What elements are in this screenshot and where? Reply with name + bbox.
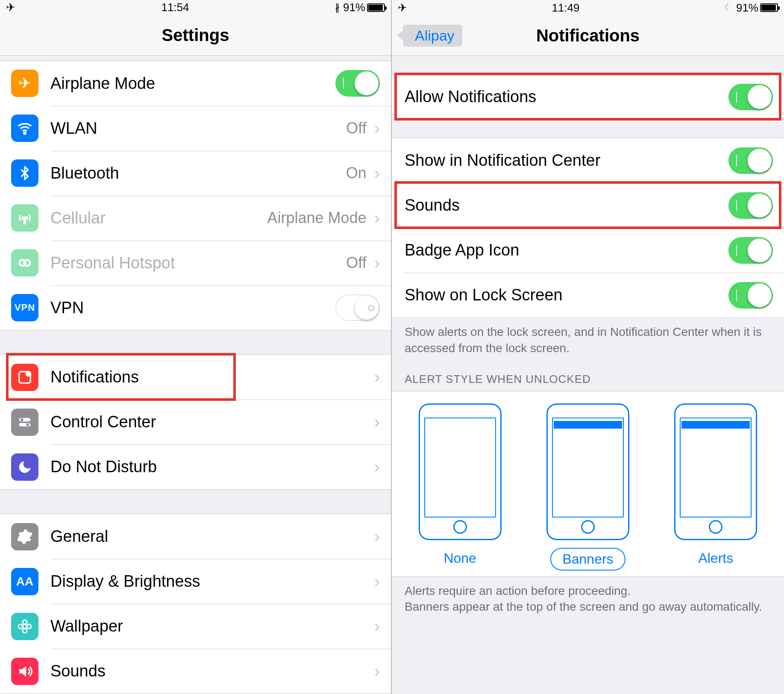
row-label: Allow Notifications <box>405 88 728 106</box>
chevron-right-icon: › <box>374 617 380 636</box>
row-label: Personal Hotspot <box>50 254 346 272</box>
row-show-on-lock-screen[interactable]: Show on Lock Screen <box>392 273 784 318</box>
row-wallpaper[interactable]: Wallpaper › <box>0 604 391 649</box>
nav-bar: Settings <box>0 15 391 56</box>
row-detail: On <box>346 164 367 182</box>
alert-style-alerts-icon <box>674 403 757 540</box>
alert-style-label: Banners <box>550 548 625 570</box>
wifi-icon <box>11 115 38 142</box>
row-wlan[interactable]: WLAN Off › <box>0 106 391 151</box>
options-footer-text: Show alerts on the lock screen, and in N… <box>392 318 784 362</box>
bluetooth-icon: ∦ <box>335 2 340 13</box>
wallpaper-icon <box>11 613 38 640</box>
svg-point-0 <box>24 132 26 134</box>
alert-style-alerts[interactable]: Alerts <box>674 403 757 570</box>
show-in-nc-toggle[interactable] <box>728 147 773 174</box>
row-show-in-nc[interactable]: Show in Notification Center <box>392 138 784 183</box>
row-badge-app-icon[interactable]: Badge App Icon <box>392 228 784 273</box>
row-do-not-disturb[interactable]: Do Not Disturb › <box>0 444 391 489</box>
row-personal-hotspot: Personal Hotspot Off › <box>0 241 391 285</box>
row-label: Show on Lock Screen <box>405 286 728 304</box>
chevron-right-icon: › <box>374 527 380 546</box>
vpn-toggle[interactable] <box>335 294 380 321</box>
chevron-right-icon: › <box>374 457 380 476</box>
badge-toggle[interactable] <box>728 237 773 264</box>
settings-group-notifications: Notifications › Control Center › Do Not … <box>0 354 391 490</box>
row-detail: Off <box>346 119 366 137</box>
svg-rect-1 <box>24 218 25 224</box>
chevron-right-icon: › <box>374 253 380 273</box>
row-label: Cellular <box>50 209 267 227</box>
row-allow-notifications[interactable]: Allow Notifications <box>392 74 784 119</box>
control-center-icon <box>11 409 38 436</box>
svg-point-3 <box>24 260 30 266</box>
row-control-center[interactable]: Control Center › <box>0 400 391 444</box>
gear-icon <box>11 523 38 550</box>
battery-indicator: 91% <box>736 1 778 15</box>
row-airplane-mode[interactable]: ✈︎ Airplane Mode <box>0 61 391 106</box>
lockscreen-toggle[interactable] <box>728 282 773 309</box>
row-vpn[interactable]: VPN VPN <box>0 285 391 330</box>
svg-point-14 <box>27 624 31 629</box>
notifications-detail-screen: ✈︎ 11:49 ☾ 91% Alipay Notifications Allo… <box>392 0 784 694</box>
airplane-icon: ✈︎ <box>6 1 15 14</box>
alert-style-label: Alerts <box>687 548 744 569</box>
row-display-brightness[interactable]: AA Display & Brightness › <box>0 559 391 604</box>
svg-point-8 <box>21 418 23 421</box>
row-label: Do Not Disturb <box>50 458 372 476</box>
allow-notifications-group: Allow Notifications <box>392 74 784 120</box>
alert-style-banners[interactable]: Banners <box>546 403 629 570</box>
alert-style-banners-icon <box>546 403 629 540</box>
airplane-icon: ✈︎ <box>398 1 407 15</box>
alert-footer-text: Alerts require an action before proceedi… <box>392 577 784 621</box>
alert-style-none-icon <box>419 403 502 540</box>
row-label: VPN <box>50 299 335 317</box>
allow-notifications-toggle[interactable] <box>728 84 773 110</box>
page-title: Settings <box>162 26 229 45</box>
alert-style-none[interactable]: None <box>419 403 502 570</box>
airplane-icon: ✈︎ <box>11 70 38 97</box>
alert-style-group: None Banners Alerts <box>392 391 784 577</box>
row-label: Wallpaper <box>50 617 372 635</box>
battery-pct: 91% <box>736 1 758 15</box>
chevron-right-icon: › <box>374 368 380 387</box>
settings-group-general: General › AA Display & Brightness › Wall… <box>0 514 391 694</box>
row-notifications[interactable]: Notifications › <box>0 355 391 400</box>
chevron-right-icon: › <box>374 572 380 591</box>
alert-style-header: ALERT STYLE WHEN UNLOCKED <box>392 362 784 391</box>
chevron-right-icon: › <box>374 209 380 228</box>
status-time: 11:54 <box>161 1 189 14</box>
page-title: Notifications <box>536 26 640 45</box>
back-button[interactable]: Alipay <box>399 22 470 49</box>
bluetooth-icon <box>11 159 38 187</box>
svg-point-12 <box>23 629 27 633</box>
status-time: 11:49 <box>552 1 579 15</box>
svg-point-5 <box>26 372 30 376</box>
chevron-right-icon: › <box>374 119 380 138</box>
notifications-icon <box>11 364 38 391</box>
row-label: WLAN <box>50 119 346 138</box>
row-label: Sounds <box>50 662 372 680</box>
row-label: Show in Notification Center <box>405 151 728 170</box>
row-sounds-option[interactable]: Sounds <box>392 183 784 228</box>
row-label: Control Center <box>50 413 372 431</box>
row-label: General <box>50 527 372 546</box>
alert-style-label: None <box>432 548 487 569</box>
airplane-toggle[interactable] <box>335 70 380 97</box>
row-label: Sounds <box>405 196 728 215</box>
svg-point-11 <box>23 620 27 624</box>
dnd-moon-icon: ☾ <box>724 2 733 13</box>
row-label: Bluetooth <box>50 164 346 182</box>
back-label: Alipay <box>403 25 462 47</box>
row-general[interactable]: General › <box>0 514 391 559</box>
row-label: Display & Brightness <box>50 572 372 591</box>
svg-point-13 <box>18 624 23 629</box>
status-bar: ✈︎ 11:54 ∦ 91% <box>0 0 391 15</box>
vpn-icon: VPN <box>11 294 38 321</box>
row-cellular: Cellular Airplane Mode › <box>0 196 391 241</box>
sounds-toggle[interactable] <box>728 192 773 219</box>
row-bluetooth[interactable]: Bluetooth On › <box>0 151 391 196</box>
row-sounds[interactable]: Sounds › <box>0 649 391 694</box>
hotspot-icon <box>11 249 38 276</box>
battery-pct: 91% <box>343 1 365 14</box>
